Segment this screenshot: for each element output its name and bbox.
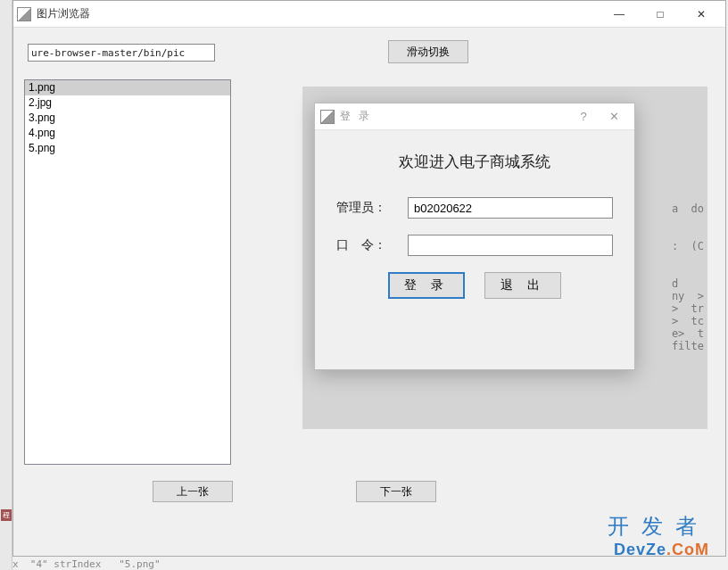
watermark-en: DevZe.CoM <box>608 541 709 559</box>
dialog-icon <box>320 110 335 124</box>
admin-row: 管理员： <box>336 197 613 219</box>
list-item[interactable]: 2.jpg <box>25 95 230 111</box>
gutter-marker: 程 <box>1 509 12 521</box>
dialog-close-button[interactable]: ✕ <box>599 103 629 130</box>
list-item[interactable]: 3.png <box>25 111 230 126</box>
minimize-button[interactable]: — <box>599 1 640 28</box>
close-button[interactable]: ✕ <box>681 1 722 28</box>
list-item[interactable]: 4.png <box>25 126 230 141</box>
login-titlebar[interactable]: 登 录 ? ✕ <box>315 103 634 130</box>
dialog-button-row: 登 录 退 出 <box>336 272 613 299</box>
window-title: 图片浏览器 <box>37 6 90 21</box>
watermark-cn: 开发者 <box>608 512 709 541</box>
slide-switch-button[interactable]: 滑动切换 <box>388 40 468 63</box>
admin-label: 管理员： <box>336 200 408 216</box>
admin-input[interactable] <box>408 197 613 219</box>
help-button[interactable]: ? <box>568 103 599 130</box>
welcome-text: 欢迎进入电子商城系统 <box>336 152 613 172</box>
list-item[interactable]: 1.png <box>25 80 230 95</box>
prev-image-button[interactable]: 上一张 <box>153 481 233 502</box>
login-dialog: 登 录 ? ✕ 欢迎进入电子商城系统 管理员： 口 令： 登 录 退 出 <box>314 103 635 370</box>
titlebar[interactable]: 图片浏览器 — □ ✕ <box>13 1 725 28</box>
watermark: 开发者 DevZe.CoM <box>608 512 709 559</box>
file-list[interactable]: 1.png 2.jpg 3.png 4.png 5.png <box>24 79 231 465</box>
dialog-title: 登 录 <box>340 109 372 124</box>
editor-bottom-fragment: x "4" strIndex "5.png" <box>12 558 728 570</box>
password-label: 口 令： <box>336 237 408 253</box>
app-icon <box>17 7 31 21</box>
background-text-fragment: a do : (C d ny > > tr > tc e> t filte <box>672 202 704 352</box>
password-input[interactable] <box>408 235 613 256</box>
editor-gutter: 程 <box>0 0 12 570</box>
login-button[interactable]: 登 录 <box>388 272 465 299</box>
maximize-button[interactable]: □ <box>640 1 681 28</box>
exit-button[interactable]: 退 出 <box>484 272 561 299</box>
password-row: 口 令： <box>336 235 613 256</box>
next-image-button[interactable]: 下一张 <box>356 481 436 502</box>
login-body: 欢迎进入电子商城系统 管理员： 口 令： 登 录 退 出 <box>315 130 634 299</box>
list-item[interactable]: 5.png <box>25 141 230 156</box>
path-input[interactable] <box>28 44 215 62</box>
